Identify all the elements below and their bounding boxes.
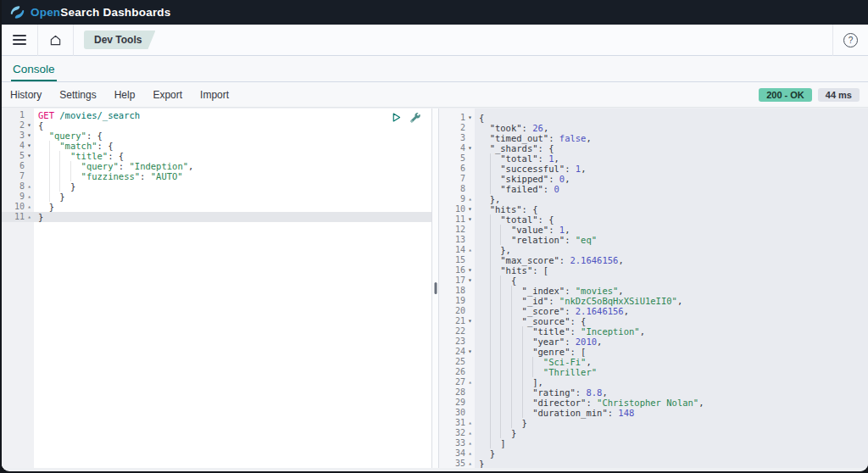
line-number: 17	[439, 275, 465, 286]
fold-open-icon[interactable]: ▾	[465, 204, 475, 214]
fold-close-icon[interactable]: ▴	[465, 448, 475, 459]
home-button[interactable]	[38, 25, 73, 55]
code-line[interactable]: 10▴}	[2, 202, 431, 212]
line-number: 4	[439, 143, 465, 153]
breadcrumb-dev-tools[interactable]: Dev Tools	[84, 31, 155, 49]
code-text: "successful": 1,	[475, 164, 586, 174]
code-line[interactable]: 2▾{	[2, 120, 431, 131]
fold-close-icon[interactable]: ▴	[465, 438, 475, 448]
fold-close-icon[interactable]: ▴	[25, 192, 34, 202]
code-line: 2"took": 26,	[439, 123, 868, 133]
code-line: 3"timed_out": false,	[439, 133, 868, 143]
code-line[interactable]: 4▾"match": {	[2, 141, 431, 151]
code-line: 12"value": 1,	[439, 225, 868, 235]
code-line: 16▾"hits": [	[439, 265, 868, 275]
line-number: 11	[2, 212, 25, 222]
code-text: }	[34, 202, 54, 212]
gutter: 5	[439, 153, 475, 164]
code-line: 22"title": "Inception",	[439, 326, 868, 337]
code-text: ]	[475, 438, 506, 448]
line-number: 10	[439, 204, 465, 214]
gutter: 15	[439, 255, 475, 265]
fold-close-icon[interactable]: ▴	[25, 181, 34, 192]
gutter: 14▴	[439, 245, 475, 255]
hamburger-icon	[13, 35, 26, 45]
code-line: 35▴}	[439, 459, 868, 468]
fold-open-icon[interactable]: ▾	[465, 265, 475, 275]
gutter: 18	[439, 286, 475, 296]
code-line: 8"failed": 0	[439, 184, 868, 194]
gutter: 2	[439, 123, 475, 133]
fold-open-icon[interactable]: ▾	[465, 113, 475, 123]
code-line[interactable]: 11▴}	[2, 212, 431, 222]
fold-open-icon[interactable]: ▾	[25, 141, 34, 151]
gutter: 19	[439, 296, 475, 306]
code-text: "genre": [	[475, 347, 586, 357]
code-line: 1▾{	[439, 113, 868, 123]
request-options-wrench-icon[interactable]	[409, 112, 421, 124]
code-text: "year": 2010,	[475, 337, 602, 347]
fold-open-icon[interactable]: ▾	[465, 214, 475, 225]
menu-item-import[interactable]: Import	[200, 89, 229, 101]
code-line[interactable]: 3▾"query": {	[2, 131, 431, 141]
fold-open-icon[interactable]: ▾	[465, 143, 475, 153]
fold-close-icon[interactable]: ▴	[465, 459, 475, 468]
menu-item-settings[interactable]: Settings	[59, 89, 96, 101]
code-line[interactable]: 8▴}	[2, 181, 431, 192]
fold-open-icon[interactable]: ▾	[25, 131, 34, 141]
fold-open-icon[interactable]: ▾	[465, 347, 475, 357]
menu-item-export[interactable]: Export	[153, 89, 182, 101]
line-number: 6	[2, 161, 25, 171]
fold-open-icon[interactable]: ▾	[25, 151, 34, 161]
request-editor[interactable]: 1GET /movies/_search2▾{3▾"query": {4▾"ma…	[2, 109, 431, 468]
panel-resizer[interactable]	[431, 109, 439, 468]
response-time-badge: 44 ms	[818, 88, 860, 102]
code-line[interactable]: 7"fuzziness": "AUTO"	[2, 171, 431, 181]
code-line: 9▴},	[439, 194, 868, 204]
line-number: 22	[439, 326, 465, 337]
fold-close-icon[interactable]: ▴	[465, 245, 475, 255]
code-text: "fuzziness": "AUTO"	[34, 171, 183, 181]
gutter: 27▴	[439, 377, 475, 387]
code-line: 14▴},	[439, 245, 868, 255]
menu-item-history[interactable]: History	[10, 89, 42, 101]
line-number: 4	[2, 141, 25, 151]
gutter: 11▾	[439, 214, 475, 225]
line-number: 29	[439, 398, 465, 408]
fold-open-icon[interactable]: ▾	[465, 275, 475, 286]
fold-open-icon[interactable]: ▾	[25, 120, 34, 131]
code-text: "title": {	[34, 151, 124, 161]
send-request-play-icon[interactable]	[391, 112, 402, 123]
code-line[interactable]: 9▴}	[2, 192, 431, 202]
gutter: 20	[439, 306, 475, 316]
gutter: 8▴	[2, 181, 34, 192]
line-number: 7	[2, 171, 25, 181]
fold-close-icon[interactable]: ▴	[465, 418, 475, 428]
code-line: 30"duration_min": 148	[439, 408, 868, 418]
line-number: 28	[439, 387, 465, 398]
app-window: OpenSearch Dashboards Dev Tools ? Consol…	[2, 0, 868, 471]
fold-close-icon[interactable]: ▴	[25, 212, 34, 222]
fold-close-icon[interactable]: ▴	[25, 202, 34, 212]
menu-button[interactable]	[2, 25, 37, 55]
code-text: "max_score": 2.1646156,	[475, 255, 624, 265]
gutter: 22	[439, 326, 475, 337]
fold-open-icon[interactable]: ▾	[465, 316, 475, 326]
code-line[interactable]: 1GET /movies/_search	[2, 110, 431, 120]
gutter: 1	[2, 110, 34, 120]
gutter: 10▾	[439, 204, 475, 214]
help-icon[interactable]: ?	[843, 33, 858, 47]
gutter: 4▾	[439, 143, 475, 153]
code-text: "_index": "movies",	[475, 286, 624, 296]
resizer-grip-icon[interactable]	[434, 282, 437, 294]
gutter: 9▴	[2, 192, 34, 202]
tab-console[interactable]: Console	[11, 58, 57, 81]
fold-close-icon[interactable]: ▴	[465, 428, 475, 438]
code-line: 23"year": 2010,	[439, 337, 868, 347]
code-line[interactable]: 6"query": "Indeption",	[2, 161, 431, 171]
fold-close-icon[interactable]: ▴	[465, 194, 475, 204]
code-line[interactable]: 5▾"title": {	[2, 151, 431, 161]
fold-close-icon[interactable]: ▴	[465, 377, 475, 387]
menu-item-help[interactable]: Help	[114, 89, 136, 101]
line-number: 26	[439, 367, 465, 377]
